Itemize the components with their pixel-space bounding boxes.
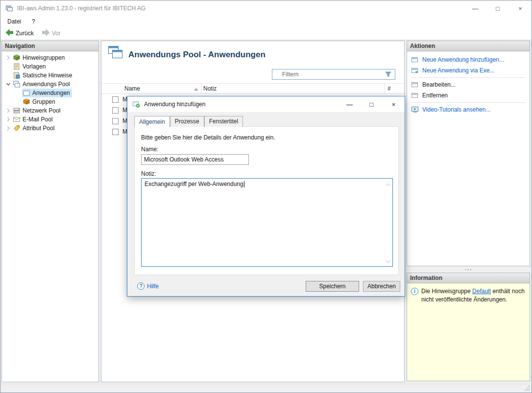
column-label: Notiz [203,85,217,92]
nav-item-hinweisgruppen[interactable]: Hinweisgruppen [2,53,98,62]
menu-help[interactable]: ? [28,17,39,26]
maximize-button[interactable]: □ [486,0,509,16]
separator [411,102,526,103]
nav-item-attribut-pool[interactable]: Attribut Pool [2,124,98,133]
chevron-down-icon[interactable] [4,80,12,88]
hint-groups-icon [13,54,21,62]
close-button[interactable]: × [509,0,532,16]
add-application-dialog: Anwendung hinzufügen — □ × Allgemein Pro… [127,96,405,297]
attribute-pool-icon [13,124,21,132]
column-label: Name [124,85,140,92]
nav-item-statische-hinweise[interactable]: Statische Hinweise [2,71,98,80]
video-tutorials-icon [411,106,419,114]
navigation-panel: Navigation Hinweisgruppen Vorlagen Stati… [1,41,99,382]
name-input[interactable] [141,154,249,165]
table-header-name[interactable]: Name [121,84,201,93]
nav-item-label: Hinweisgruppen [23,54,65,61]
scroll-down-icon[interactable] [386,257,390,264]
action-edit[interactable]: Bearbeiten... [411,79,530,90]
nav-item-email-pool[interactable]: E-Mail Pool [2,115,98,124]
dialog-tabs: Allgemein Prozesse Fenstertitel [134,116,243,127]
action-label: Entfernen [422,92,448,99]
chevron-right-icon[interactable] [4,54,12,62]
menu-datei[interactable]: Datei [3,17,25,26]
action-remove[interactable]: Entfernen [411,90,530,101]
templates-icon [13,63,21,70]
chevron-right-icon[interactable] [4,124,12,132]
resize-grip[interactable] [524,385,530,391]
cancel-button[interactable]: Abbrechen [363,281,400,292]
tab-prozesse[interactable]: Prozesse [170,116,204,127]
information-panel: Information i Die Hinweisgruppe Default … [407,273,530,381]
filter-funnel-icon[interactable] [385,71,391,77]
information-message: Die Hinweisgruppe Default enthält noch n… [421,287,526,304]
nav-item-label: Anwendungs Pool [23,81,70,88]
panel-splitter[interactable] [407,266,530,273]
nav-item-label: E-Mail Pool [23,116,52,123]
dialog-intro-text: Bitte geben Sie hier die Details der Anw… [141,134,275,141]
nav-item-anwendungs-pool[interactable]: Anwendungs Pool [2,80,98,89]
notiz-scrollbar[interactable] [385,179,392,266]
table-header-count[interactable]: # [385,84,404,93]
new-application-exe-icon [411,67,419,74]
info-text-before: Die Hinweisgruppe [421,288,472,295]
table-header-notiz[interactable]: Notiz [201,84,385,93]
chevron-right-icon[interactable] [4,116,12,123]
table-header: Name Notiz # [101,83,404,94]
column-label: # [387,85,391,92]
nav-item-label: Anwendungen [32,90,70,96]
help-link[interactable]: ? Hilfe [137,282,159,290]
notiz-textarea[interactable]: Exchangezugriff per Web-Anwendung [141,178,393,267]
sort-ascending-icon [194,85,198,92]
table-header-checkbox-column [101,84,121,93]
statusbar [0,384,532,393]
window-controls: — □ × [464,0,532,16]
nav-item-netzwerk-pool[interactable]: Netzwerk Pool [2,106,98,115]
row-checkbox[interactable] [112,129,119,135]
nav-item-gruppen[interactable]: Gruppen [12,97,98,106]
dialog-minimize-button[interactable]: — [339,96,361,112]
nav-item-label: Attribut Pool [23,125,54,132]
help-icon: ? [137,282,145,290]
tab-fenstertitel[interactable]: Fenstertitel [204,116,243,127]
save-button[interactable]: Speichern [306,281,359,292]
action-label: Bearbeiten... [422,81,456,88]
nav-item-label: Netzwerk Pool [23,107,60,114]
app-window: IBI-aws Admin 1.23.0 - registriert für I… [0,0,532,393]
help-label: Hilfe [147,283,159,290]
add-application-icon [132,100,140,108]
dialog-controls: — □ × [339,96,405,112]
nav-item-vorlagen[interactable]: Vorlagen [2,62,98,71]
groups-icon [23,98,30,106]
forward-button[interactable]: Vor [39,28,64,39]
dialog-maximize-button[interactable]: □ [361,96,383,112]
action-new-application[interactable]: Neue Anwendung hinzufügen... [411,54,530,65]
scroll-up-icon[interactable] [386,181,390,187]
action-label: Neue Anwendung hinzufügen... [422,56,504,63]
back-button[interactable]: Zurück [2,28,37,39]
minimize-button[interactable]: — [464,0,486,16]
action-video-tutorials[interactable]: Video-Tutorials ansehen... [411,104,530,115]
nav-item-anwendungen[interactable]: Anwendungen [12,89,98,97]
chevron-right-icon[interactable] [4,107,12,115]
new-application-icon [411,56,419,64]
dialog-close-button[interactable]: × [383,96,405,112]
row-checkbox[interactable] [112,118,119,124]
name-label: Name: [141,146,158,153]
default-group-link[interactable]: Default [472,288,491,295]
information-header: Information [407,273,530,283]
page-title: Anwendungs Pool - Anwendungen [128,50,266,60]
network-pool-icon [13,107,21,115]
row-checkbox[interactable] [112,96,119,103]
forward-label: Vor [52,30,61,37]
window-title: IBI-aws Admin 1.23.0 - registriert für I… [17,5,145,12]
action-new-application-via-exe[interactable]: Neue Anwendung via Exe... [411,65,530,76]
filter-input[interactable]: Filtern [272,69,395,80]
navigation-tree: Hinweisgruppen Vorlagen Statische Hinwei… [2,51,98,133]
actions-panel: Aktionen Neue Anwendung hinzufügen... Ne… [407,41,530,266]
row-checkbox[interactable] [112,107,119,114]
back-arrow-icon [5,29,14,38]
dialog-tab-panel: Bitte geben Sie hier die Details der Anw… [134,126,399,275]
dialog-title: Anwendung hinzufügen [144,101,205,108]
tab-allgemein[interactable]: Allgemein [134,116,170,127]
